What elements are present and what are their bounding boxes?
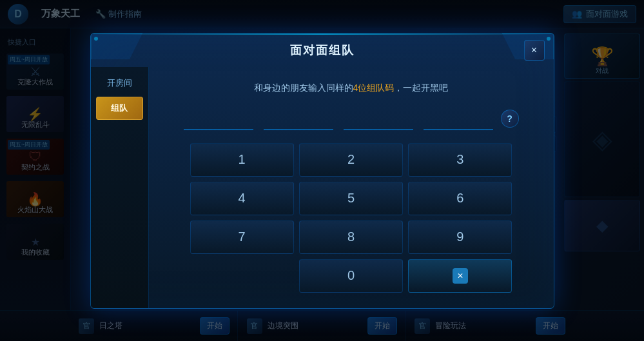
modal-title: 面对面组队 xyxy=(290,43,355,58)
modal-main-content: 和身边的朋友输入同样的4位组队码，一起开黑吧 ? xyxy=(149,67,554,308)
numpad-2[interactable]: 2 xyxy=(299,143,403,177)
modal-close-btn[interactable]: × xyxy=(524,40,545,61)
hint-suffix: ，一起开黑吧 xyxy=(394,83,448,93)
numpad-4[interactable]: 4 xyxy=(190,182,294,215)
numpad-7[interactable]: 7 xyxy=(190,220,294,254)
numpad-1[interactable]: 1 xyxy=(190,143,294,177)
modal-dialog: 面对面组队 × 开房间 组队 和身边的朋友输入同样的4位组队码，一起开黑吧 xyxy=(90,33,554,309)
code-segment-4 xyxy=(424,107,493,130)
tab-squad[interactable]: 组队 xyxy=(96,97,143,120)
numpad-6[interactable]: 6 xyxy=(408,182,512,215)
numpad-3[interactable]: 3 xyxy=(408,143,512,177)
code-segment-3 xyxy=(344,107,413,130)
modal-body: 开房间 组队 和身边的朋友输入同样的4位组队码，一起开黑吧 xyxy=(91,67,554,308)
hint-prefix: 和身边的朋友输入同样的 xyxy=(254,83,353,93)
numpad-9[interactable]: 9 xyxy=(408,220,512,254)
hint-highlight: 4位组队码 xyxy=(353,83,395,93)
numpad: 1 2 3 4 5 6 7 8 9 0 ✕ xyxy=(190,143,512,293)
modal-tabs: 开房间 组队 xyxy=(91,67,149,308)
numpad-delete[interactable]: ✕ xyxy=(408,259,512,293)
numpad-5[interactable]: 5 xyxy=(299,182,403,215)
tab-open-room[interactable]: 开房间 xyxy=(96,72,143,94)
modal-title-bar: 面对面组队 × xyxy=(91,34,554,67)
code-segment-1 xyxy=(184,107,253,130)
numpad-empty xyxy=(190,259,294,293)
code-segment-2 xyxy=(264,107,333,130)
code-input-area xyxy=(184,107,493,130)
delete-icon: ✕ xyxy=(453,268,468,284)
modal-overlay: 面对面组队 × 开房间 组队 和身边的朋友输入同样的4位组队码，一起开黑吧 xyxy=(0,0,644,341)
numpad-0[interactable]: 0 xyxy=(299,259,403,293)
help-button[interactable]: ? xyxy=(501,110,519,128)
numpad-8[interactable]: 8 xyxy=(299,220,403,254)
modal-hint: 和身边的朋友输入同样的4位组队码，一起开黑吧 xyxy=(254,83,449,94)
